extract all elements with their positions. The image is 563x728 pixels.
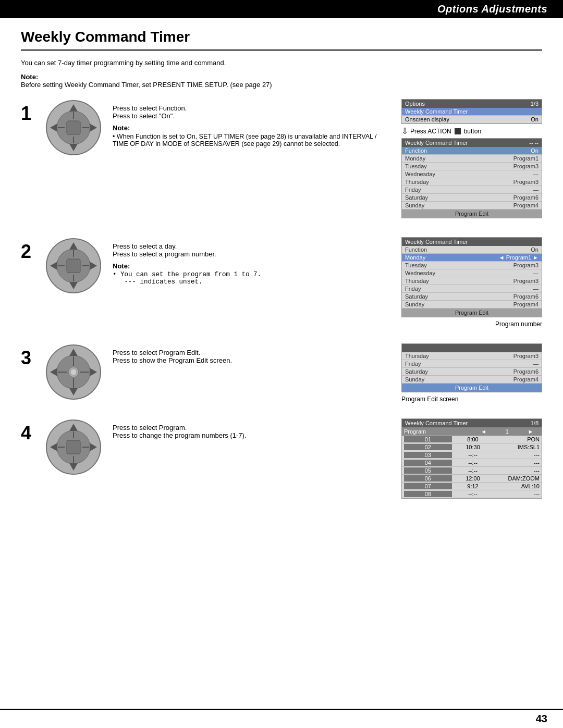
wt-row-function: Function On xyxy=(402,147,542,155)
wt3-friday: Friday — xyxy=(402,360,542,368)
step-2-inst-2: Press to select a program number. xyxy=(113,250,391,258)
wt-row-sunday: Sunday Program4 xyxy=(402,202,542,209)
action-text: ⇩ Press ACTION button xyxy=(401,126,542,136)
wt2-wednesday: Wednesday — xyxy=(402,269,542,277)
step-4-inst-1: Press to select Program. xyxy=(113,424,391,431)
step-1-inst-2: Press to select "On". xyxy=(113,112,391,120)
step-2-number: 2 xyxy=(21,242,40,261)
wt3-saturday: Saturday Program6 xyxy=(402,368,542,376)
options-panel-title: Options 1/3 xyxy=(402,100,542,108)
prog-row-08: 08 --:-- --- xyxy=(402,490,542,498)
step-2-right-panel: Weekly Command Timer Function On Monday … xyxy=(401,237,542,328)
program-number-label: Program number xyxy=(401,320,542,328)
wt2-friday: Friday — xyxy=(402,285,542,293)
wt-program-edit-btn: Program Edit xyxy=(402,209,542,218)
prog-row-06: 06 12:00 DAM:ZOOM xyxy=(402,475,542,483)
step-2-note-label: Note: xyxy=(113,262,391,270)
wt-panel1-title: Weekly Command Timer -- -- xyxy=(402,139,542,147)
step-1-instructions: Press to select Function. Press to selec… xyxy=(113,99,391,147)
step-2-instructions: Press to select a day. Press to select a… xyxy=(113,237,391,286)
step-1-number: 1 xyxy=(21,104,40,123)
header-title: Options Adjustments xyxy=(437,3,547,15)
wt2-sunday: Sunday Program4 xyxy=(402,301,542,309)
step-3-inst-2: Press to show the Program Edit screen. xyxy=(113,356,391,364)
program-edit-screen-label: Program Edit screen xyxy=(401,396,542,403)
svg-point-27 xyxy=(70,369,77,375)
wt2-program-edit-btn: Program Edit xyxy=(402,309,542,317)
wt2-monday: Monday ◄ Program1 ► xyxy=(402,254,542,262)
step-4-row: 4 Press to select Program. Press to chan… xyxy=(21,418,542,499)
wt3-thursday: Thursday Program3 xyxy=(402,352,542,360)
svg-rect-14 xyxy=(67,259,80,273)
step-2-dpad xyxy=(45,237,102,294)
wt2-thursday: Thursday Program3 xyxy=(402,277,542,285)
options-row-weekly: Weekly Command Timer xyxy=(402,108,542,116)
step-2-note-body: • You can set the program from 1 to 7. -… xyxy=(113,271,391,286)
wt2-function: Function On xyxy=(402,246,542,254)
wt3-title xyxy=(402,344,542,352)
prog-row-03: 03 --:-- --- xyxy=(402,451,542,459)
step-2-row: 2 Press to select a day. Press to select… xyxy=(21,237,542,328)
wt3-program-edit-btn: Program Edit xyxy=(402,384,542,392)
wt-row-thursday: Thursday Program3 xyxy=(402,178,542,186)
action-button-icon xyxy=(455,128,461,134)
weekly-timer-panel-2: Weekly Command Timer Function On Monday … xyxy=(401,237,542,317)
options-adjustments-header: Options Adjustments xyxy=(0,0,563,18)
wt-row-tuesday: Tuesday Program3 xyxy=(402,163,542,170)
step-3-row: 3 Press to select Program Edit. P xyxy=(21,343,542,403)
step-3-right-panel: Thursday Program3 Friday — Saturday Prog… xyxy=(401,343,542,403)
prog-table-header: Program ◄ 1 ► xyxy=(402,427,542,436)
step-4-inst-2: Press to change the program numbers (1-7… xyxy=(113,431,391,439)
prog-row-05: 05 --:-- --- xyxy=(402,467,542,475)
wt3-sunday: Sunday Program4 xyxy=(402,376,542,384)
step-3-number: 3 xyxy=(21,349,40,367)
step-1-note-label: Note: xyxy=(113,124,391,132)
svg-rect-39 xyxy=(67,440,80,454)
step-2-inst-1: Press to select a day. xyxy=(113,242,391,250)
svg-rect-2 xyxy=(67,121,80,134)
page-number: 43 xyxy=(536,713,547,725)
wt-row-wednesday: Wednesday — xyxy=(402,170,542,178)
step-4-instructions: Press to select Program. Press to change… xyxy=(113,418,391,439)
step-1-row: 1 xyxy=(21,99,542,221)
page-title: Weekly Command Timer xyxy=(21,29,542,51)
prog-table-title: Weekly Command Timer 1/8 xyxy=(402,419,542,427)
step-1-inst-1: Press to select Function. xyxy=(113,104,391,112)
prog-row-07: 07 9:12 AVL:10 xyxy=(402,483,542,490)
step-1-right-panel: Options 1/3 Weekly Command Timer Onscree… xyxy=(401,99,542,221)
step-1-dpad xyxy=(45,99,102,156)
wt-row-friday: Friday — xyxy=(402,186,542,194)
step-1-note-body: • When Function is set to On, SET UP TIM… xyxy=(113,133,391,147)
wt-row-saturday: Saturday Program6 xyxy=(402,194,542,202)
step-4-dpad xyxy=(45,418,102,476)
step-3-inst-1: Press to select Program Edit. xyxy=(113,349,391,356)
wt2-saturday: Saturday Program6 xyxy=(402,293,542,301)
step-3-dpad xyxy=(45,343,102,401)
step-4-right-panel: Weekly Command Timer 1/8 Program ◄ 1 ► 0… xyxy=(401,418,542,499)
prog-row-02: 02 10:30 IMS:SL1 xyxy=(402,443,542,451)
main-note-body: Before setting Weekly Command Timer, set… xyxy=(21,81,542,89)
prog-row-04: 04 --:-- --- xyxy=(402,459,542,467)
wt2-tuesday: Tuesday Program3 xyxy=(402,262,542,269)
prog-row-01: 01 8:00 PON xyxy=(402,436,542,443)
program-edit-table: Weekly Command Timer 1/8 Program ◄ 1 ► 0… xyxy=(401,418,542,499)
step-4-number: 4 xyxy=(21,424,40,442)
step-3-instructions: Press to select Program Edit. Press to s… xyxy=(113,343,391,364)
options-row-onscreen: Onscreen display On xyxy=(402,116,542,124)
wt-row-monday: Monday Program1 xyxy=(402,155,542,163)
weekly-timer-panel-3: Thursday Program3 Friday — Saturday Prog… xyxy=(401,343,542,392)
main-note-label: Note: xyxy=(21,73,542,81)
intro-text: You can set 7-day timer programming by s… xyxy=(21,59,542,67)
wt2-title: Weekly Command Timer xyxy=(402,238,542,246)
bottom-bar: 43 xyxy=(0,709,563,728)
options-panel: Options 1/3 Weekly Command Timer Onscree… xyxy=(401,99,542,124)
weekly-timer-panel-1: Weekly Command Timer -- -- Function On M… xyxy=(401,138,542,218)
